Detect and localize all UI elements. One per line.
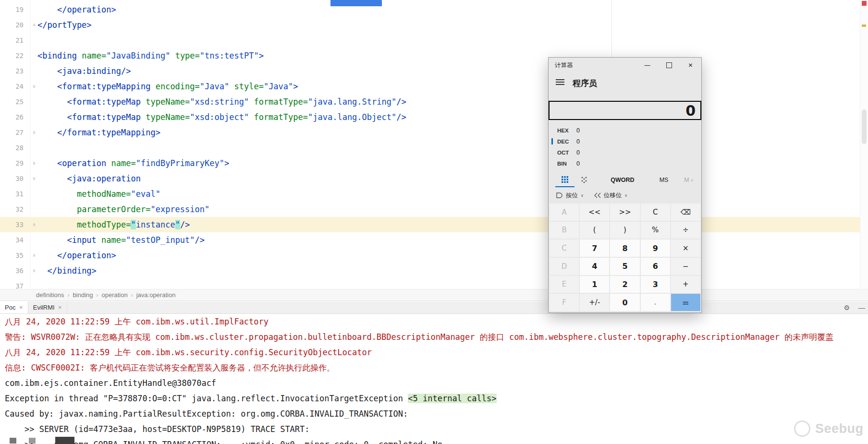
bitshift-dropdown[interactable]: 位移位 ∨	[591, 190, 631, 202]
code-line[interactable]: </operation>	[30, 2, 116, 17]
line-number[interactable]: 23	[0, 67, 30, 75]
line-number[interactable]: 26	[0, 113, 30, 121]
line-number[interactable]: 19	[0, 6, 30, 13]
line-number[interactable]: 37	[0, 282, 30, 289]
folded-calls-chip[interactable]: <5 internal calls>	[408, 394, 496, 403]
radix-row-dec[interactable]: DEC0	[549, 136, 701, 147]
line-number[interactable]: 36∧	[0, 267, 30, 275]
console-tab-evilrmi[interactable]: EvilRMI✕	[28, 301, 67, 313]
line-number[interactable]: 21	[0, 36, 30, 44]
radix-row-bin[interactable]: BIN0	[549, 158, 701, 169]
line-number[interactable]: 31	[0, 190, 30, 198]
taskbar-icon[interactable]	[10, 438, 16, 444]
bit-keypad-toggle[interactable]	[575, 173, 594, 187]
key-eight[interactable]: 8	[610, 240, 639, 257]
code-line[interactable]: </portType>	[30, 17, 92, 33]
error-stripe-error-mark[interactable]	[862, 1, 867, 6]
breadcrumb-item[interactable]: definitions	[36, 291, 64, 299]
close-button[interactable]: ✕	[680, 58, 701, 73]
line-number[interactable]: 24∨	[0, 83, 30, 90]
scrollbar-thumb[interactable]	[862, 109, 867, 144]
code-line[interactable]: <format:typeMap typeName="xsd:object" fo…	[30, 109, 406, 125]
minimize-button[interactable]: —	[636, 58, 658, 73]
key-clear[interactable]: C	[641, 204, 670, 221]
code-line[interactable]: <format:typeMapping encoding="Java" styl…	[30, 79, 298, 94]
code-line[interactable]: methodType="instance"/>	[30, 217, 190, 232]
code-line[interactable]: methodName="eval"	[30, 186, 160, 202]
line-number[interactable]: 35∧	[0, 252, 30, 259]
key-open-paren[interactable]: (	[580, 222, 609, 239]
breadcrumb-item[interactable]: java:operation	[136, 291, 176, 299]
key-two[interactable]: 2	[610, 276, 639, 293]
line-number[interactable]: 28	[0, 144, 30, 152]
key-multiply[interactable]: ×	[671, 240, 700, 257]
key-left-shift[interactable]: <<	[580, 204, 609, 221]
fold-marker-icon[interactable]: ∧	[33, 268, 36, 274]
tab-close-icon[interactable]: ✕	[19, 305, 23, 310]
fold-marker-icon[interactable]: ∨	[33, 160, 36, 166]
key-three[interactable]: 3	[641, 276, 670, 293]
radix-row-oct[interactable]: OCT0	[549, 147, 701, 158]
editor-lines[interactable]: 19 </operation>20∧</portType>2122<bindin…	[0, 2, 860, 289]
taskbar-icon[interactable]	[29, 438, 36, 444]
fold-marker-icon[interactable]: ∧	[33, 252, 36, 258]
maximize-button[interactable]	[658, 58, 680, 73]
code-line[interactable]: </format:typeMapping>	[30, 125, 160, 140]
bitwise-dropdown[interactable]: 按位 ∨	[553, 190, 587, 202]
fold-marker-icon[interactable]: ∨	[33, 84, 36, 89]
breadcrumb-item[interactable]: binding	[73, 291, 93, 299]
code-line[interactable]: <operation name="findByPrimaryKey">	[30, 156, 229, 171]
key-zero[interactable]: 0	[610, 294, 639, 311]
tab-close-icon[interactable]: ✕	[58, 305, 62, 310]
fold-marker-icon[interactable]: ∧	[33, 22, 36, 28]
key-percent[interactable]: %	[641, 222, 670, 239]
key-close-paren[interactable]: )	[610, 222, 639, 239]
code-line[interactable]: <input name="testOP_input"/>	[30, 232, 205, 248]
key-one[interactable]: 1	[580, 276, 609, 293]
code-line[interactable]: parameterOrder="expression"	[30, 202, 209, 217]
key-nine[interactable]: 9	[641, 240, 670, 257]
code-line[interactable]: </binding>	[30, 263, 97, 278]
key-backspace[interactable]: ⌫	[671, 204, 700, 221]
console-tab-poc[interactable]: Poc✕	[0, 301, 28, 313]
full-keypad-toggle[interactable]	[555, 173, 575, 187]
key-plus[interactable]: +	[671, 276, 700, 293]
key-six[interactable]: 6	[641, 258, 670, 275]
line-number[interactable]: 32	[0, 205, 30, 213]
panel-minimize-icon[interactable]: —	[858, 304, 865, 312]
memory-store-button[interactable]: MS	[651, 173, 676, 187]
code-line[interactable]: <java:operation	[30, 171, 141, 186]
key-divide[interactable]: ÷	[671, 222, 700, 239]
key-minus[interactable]: −	[671, 258, 700, 275]
key-equals[interactable]: =	[671, 294, 700, 311]
code-line[interactable]: <format:typeMap typeName="xsd:string" fo…	[30, 94, 406, 109]
code-line[interactable]: </operation>	[30, 248, 116, 263]
console-output[interactable]: 八月 24, 2020 11:22:59 上午 com.ibm.ws.util.…	[0, 314, 868, 444]
taskbar-icon[interactable]	[55, 437, 74, 444]
line-number[interactable]: 30∨	[0, 175, 30, 182]
calculator-titlebar[interactable]: 计算器 — ✕	[549, 58, 701, 73]
radix-row-hex[interactable]: HEX0	[549, 125, 701, 136]
line-number[interactable]: 25	[0, 98, 30, 106]
hamburger-menu-icon[interactable]	[556, 79, 564, 87]
key-four[interactable]: 4	[580, 258, 609, 275]
fold-marker-icon[interactable]: ∧	[33, 130, 36, 135]
word-size-button[interactable]: QWORD	[594, 173, 651, 187]
key-right-shift[interactable]: >>	[610, 204, 639, 221]
line-number[interactable]: 20∧	[0, 21, 30, 29]
fold-marker-icon[interactable]: ∧	[33, 222, 36, 228]
code-line[interactable]: <binding name="JavaBinding" type="tns:te…	[30, 48, 264, 63]
line-number[interactable]: 29∨	[0, 159, 30, 167]
breadcrumb-item[interactable]: operation	[101, 291, 127, 299]
memory-menu-button[interactable]: M ∨	[676, 173, 701, 187]
key-seven[interactable]: 7	[580, 240, 609, 257]
line-number[interactable]: 27∧	[0, 129, 30, 136]
scrollbar-error-stripe[interactable]	[860, 0, 868, 289]
fold-marker-icon[interactable]: ∨	[33, 176, 36, 181]
error-stripe-warning-mark[interactable]	[862, 24, 866, 27]
line-number[interactable]: 22	[0, 52, 30, 60]
key-five[interactable]: 5	[610, 258, 639, 275]
code-line[interactable]: <java:binding/>	[30, 63, 131, 79]
line-number[interactable]: 33∧	[0, 221, 30, 228]
key-negate[interactable]: +/-	[580, 294, 609, 311]
